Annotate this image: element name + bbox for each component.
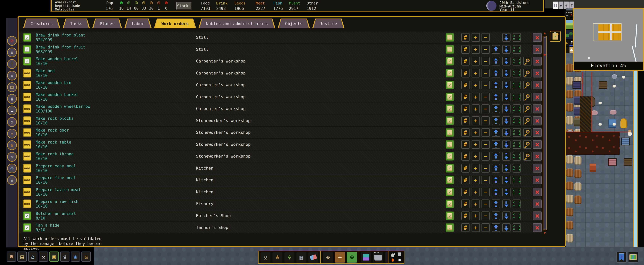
increase-quantity-button[interactable]: + <box>472 164 480 172</box>
increase-quantity-button[interactable]: + <box>472 223 480 232</box>
move-down-button[interactable] <box>502 81 510 89</box>
set-quantity-button[interactable]: # <box>461 81 470 89</box>
menu-button-citizens[interactable]: ☻ <box>7 252 16 262</box>
move-up-button[interactable] <box>492 57 500 66</box>
move-down-button[interactable] <box>502 223 510 232</box>
toggle-dump[interactable] <box>398 252 402 257</box>
remove-order-button[interactable]: × <box>533 69 542 78</box>
move-down-button[interactable] <box>502 69 510 78</box>
select-workshop-button[interactable] <box>523 140 532 149</box>
order-details-button[interactable]: ✓ <box>446 57 454 66</box>
order-details-button[interactable]: ✓ <box>446 223 454 232</box>
scroll-top-arrow[interactable]: ▲ <box>542 31 547 35</box>
select-workshop-button[interactable] <box>523 128 532 137</box>
set-quantity-button[interactable]: # <box>461 140 470 149</box>
tool-zones[interactable]: ☻ <box>347 252 357 262</box>
increase-quantity-button[interactable]: + <box>472 93 480 101</box>
order-pending-button[interactable]: ooo <box>23 188 31 196</box>
remove-order-button[interactable]: × <box>533 212 542 220</box>
tool-build-structure[interactable]: ⚒ <box>323 252 333 262</box>
conditions-button[interactable]: < >= ≠ <box>512 128 521 137</box>
sidebar-icon-forbid[interactable]: ⊘ <box>7 36 17 46</box>
tool-chop-trees[interactable]: ♣ <box>272 252 282 262</box>
increase-quantity-button[interactable]: + <box>472 212 480 220</box>
toggle-hide[interactable] <box>398 258 402 262</box>
select-workshop-button[interactable] <box>523 152 532 160</box>
increase-quantity-button[interactable]: + <box>472 57 480 66</box>
set-quantity-button[interactable]: # <box>461 57 470 66</box>
decrease-quantity-button[interactable]: − <box>482 57 490 66</box>
sidebar-icon-woodcutting-axe[interactable]: ⚒ <box>7 117 17 127</box>
tool-mine[interactable]: ⚒ <box>260 252 270 262</box>
remove-order-button[interactable]: × <box>533 33 542 42</box>
sidebar-icon-animals[interactable]: ♞ <box>7 140 17 150</box>
decrease-quantity-button[interactable]: − <box>482 223 490 232</box>
move-down-button[interactable] <box>502 93 510 101</box>
move-up-button[interactable] <box>492 93 500 101</box>
menu-button-nobles[interactable]: ♛ <box>60 252 70 262</box>
tab-labor[interactable]: Labor <box>124 18 152 28</box>
move-down-button[interactable] <box>502 45 510 54</box>
order-validated-checkbox[interactable]: ✓ <box>23 57 31 66</box>
sidebar-icon-nursery[interactable]: ☮ <box>7 164 17 173</box>
conditions-button[interactable]: < >= ≠ <box>512 152 521 160</box>
tool-smooth-stone[interactable]: ▦ <box>296 252 306 262</box>
increase-quantity-button[interactable]: + <box>472 33 480 42</box>
increase-quantity-button[interactable]: + <box>472 188 480 196</box>
tab-nobles-and-administrators[interactable]: Nobles and administrators <box>198 18 276 28</box>
decrease-quantity-button[interactable]: − <box>482 69 490 78</box>
order-pending-button[interactable]: ooo <box>23 69 31 78</box>
move-up-button[interactable] <box>492 152 500 160</box>
sidebar-icon-dagger[interactable]: † <box>7 59 17 69</box>
remove-order-button[interactable]: × <box>533 116 542 125</box>
move-down-button[interactable] <box>502 188 510 196</box>
remove-order-button[interactable]: × <box>533 176 542 184</box>
tab-tasks[interactable]: Tasks <box>62 18 90 28</box>
conditions-button[interactable]: < >= ≠ <box>512 188 521 196</box>
increase-quantity-button[interactable]: + <box>472 152 480 160</box>
set-quantity-button[interactable]: # <box>461 128 470 137</box>
order-details-button[interactable]: ✓ <box>446 81 454 89</box>
remove-order-button[interactable]: × <box>533 188 542 196</box>
order-validated-checkbox[interactable]: ✓ <box>23 45 31 54</box>
tab-objects[interactable]: Objects <box>278 18 310 28</box>
remove-order-button[interactable]: × <box>533 81 542 89</box>
decrease-quantity-button[interactable]: − <box>482 164 490 172</box>
set-quantity-button[interactable]: # <box>461 33 470 42</box>
set-quantity-button[interactable]: # <box>461 176 470 184</box>
stocks-button[interactable]: Stocks <box>176 2 192 10</box>
remove-order-button[interactable]: × <box>533 57 542 66</box>
increase-quantity-button[interactable]: + <box>472 176 480 184</box>
move-down-button[interactable] <box>502 140 510 149</box>
select-workshop-button[interactable] <box>523 57 532 66</box>
remove-order-button[interactable]: × <box>533 104 542 113</box>
button-world-map[interactable] <box>628 252 638 263</box>
move-down-button[interactable] <box>502 128 510 137</box>
set-quantity-button[interactable]: # <box>461 200 470 208</box>
move-up-button[interactable] <box>492 140 500 149</box>
sidebar-icon-minifigure[interactable]: ♟ <box>7 48 17 57</box>
work-order-scrollbar[interactable]: ⌃ ◆ ⌄ <box>543 36 547 230</box>
tab-justice[interactable]: Justice <box>312 18 345 28</box>
order-pending-button[interactable]: ooo <box>23 152 31 160</box>
conditions-button[interactable]: < >= ≠ <box>512 164 521 172</box>
new-work-order-button[interactable]: ✓ + <box>550 31 561 42</box>
set-quantity-button[interactable]: # <box>461 152 470 160</box>
decrease-quantity-button[interactable]: − <box>482 116 490 125</box>
move-up-button[interactable] <box>492 164 500 172</box>
move-up-button[interactable] <box>492 45 500 54</box>
set-quantity-button[interactable]: # <box>461 188 470 196</box>
tool-place-stockpile[interactable]: + <box>335 252 345 262</box>
conditions-button[interactable]: < >= ≠ <box>512 104 521 113</box>
button-squads[interactable] <box>616 252 627 263</box>
order-pending-button[interactable]: ooo <box>23 116 31 125</box>
set-quantity-button[interactable]: # <box>461 164 470 172</box>
tool-gather-plants[interactable]: ⚘ <box>284 252 294 262</box>
conditions-button[interactable]: < >= ≠ <box>512 116 521 125</box>
menu-button-work-orders[interactable]: ▣ <box>50 252 59 262</box>
set-quantity-button[interactable]: # <box>461 116 470 125</box>
conditions-button[interactable]: < >= ≠ <box>512 140 521 149</box>
decrease-quantity-button[interactable]: − <box>482 93 490 101</box>
order-pending-button[interactable]: ooo <box>23 104 31 113</box>
tool-stockpiles-grid[interactable] <box>361 252 371 262</box>
